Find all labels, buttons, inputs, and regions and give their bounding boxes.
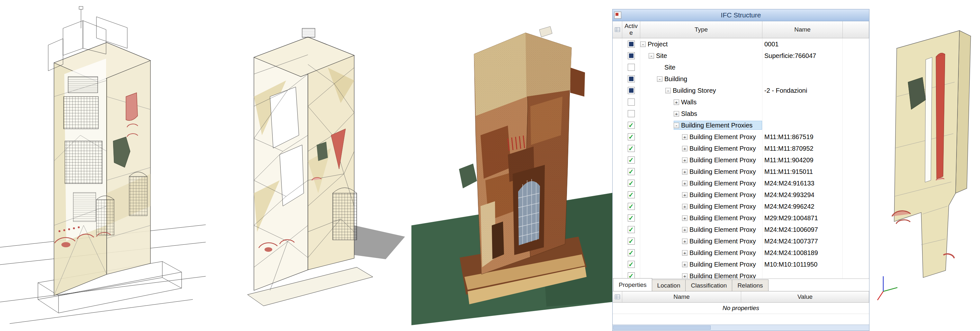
tree-node-label[interactable]: Walls — [681, 99, 697, 106]
tree-node-label[interactable]: Building Element Proxies — [681, 122, 752, 129]
collapse-icon[interactable]: - — [640, 42, 646, 47]
active-checkbox[interactable] — [628, 41, 635, 48]
tree-node-label[interactable]: Building Element Proxy — [689, 157, 756, 164]
expand-icon[interactable]: + — [682, 181, 687, 186]
expand-icon[interactable]: + — [682, 192, 687, 198]
scrollbar-thumb[interactable] — [613, 326, 711, 330]
tree-node-label[interactable]: Building Element Proxy — [689, 180, 756, 187]
expand-icon[interactable]: + — [682, 238, 687, 244]
tree-row[interactable]: ✓+Building Element ProxyM10:M10:1011950 — [612, 259, 869, 270]
expand-icon[interactable]: + — [682, 227, 687, 232]
tab-properties[interactable]: Properties — [613, 278, 652, 291]
expand-icon[interactable]: + — [674, 111, 679, 117]
active-checkbox[interactable] — [628, 87, 635, 94]
properties-corner-cell[interactable] — [612, 291, 622, 302]
active-checkbox[interactable]: ✓ — [628, 180, 635, 187]
tree-row[interactable]: ✓+Building Element ProxyM24:M24:993294 — [612, 189, 869, 201]
active-checkbox[interactable] — [628, 99, 635, 106]
grid-corner-cell[interactable] — [612, 21, 622, 38]
active-checkbox[interactable]: ✓ — [628, 145, 635, 152]
active-checkbox[interactable] — [628, 52, 635, 59]
expand-icon[interactable]: + — [682, 157, 687, 163]
collapse-icon[interactable]: - — [674, 123, 679, 128]
tree-node-label[interactable]: Building Element Proxy — [689, 203, 756, 210]
active-checkbox[interactable]: ✓ — [628, 133, 635, 141]
tree-row[interactable]: Site — [612, 61, 869, 73]
tree-row[interactable]: ✓-Building Element Proxies — [612, 120, 869, 131]
tree-row[interactable]: ✓+Building Element ProxyM24:M24:1006097 — [612, 224, 869, 235]
tab-location[interactable]: Location — [652, 280, 686, 291]
tree-node-label[interactable]: Building Element Proxy — [689, 133, 756, 141]
tree-node-label[interactable]: Building Element Proxy — [689, 214, 756, 222]
horizontal-scrollbar[interactable] — [612, 325, 869, 331]
expand-icon[interactable]: + — [682, 204, 687, 209]
tree-node-label[interactable]: Building Element Proxy — [689, 261, 756, 268]
tab-classification[interactable]: Classification — [685, 280, 732, 291]
column-header-prop-value[interactable]: Value — [741, 291, 869, 302]
expand-icon[interactable]: + — [682, 216, 687, 221]
tree-node-label[interactable]: Building Element Proxy — [689, 272, 756, 279]
tab-relations[interactable]: Relations — [732, 280, 768, 291]
tree-node-label[interactable]: Building Element Proxy — [689, 238, 756, 245]
tree-row[interactable]: ✓+Building Element ProxyM11:M11:915011 — [612, 166, 869, 177]
expand-icon[interactable]: + — [682, 262, 687, 267]
expand-icon[interactable]: + — [682, 134, 687, 140]
tree-row[interactable]: ✓+Building Element ProxyM11:M11:867519 — [612, 131, 869, 142]
active-checkbox[interactable]: ✓ — [628, 249, 635, 256]
tree-row[interactable]: +Walls — [612, 96, 869, 108]
viewport-simplified-model[interactable] — [874, 0, 980, 331]
active-checkbox[interactable]: ✓ — [628, 226, 635, 233]
collapse-icon[interactable]: - — [657, 76, 662, 82]
tree-node-label[interactable]: Slabs — [681, 110, 697, 118]
expand-icon[interactable]: + — [682, 169, 687, 174]
viewport-wireframe-detailed[interactable] — [0, 0, 206, 331]
active-checkbox[interactable]: ✓ — [628, 214, 635, 222]
active-checkbox[interactable] — [628, 110, 635, 117]
tree-row[interactable]: -Building — [612, 73, 869, 85]
tree-row[interactable]: ✓+Building Element ProxyM24:M24:1008189 — [612, 247, 869, 259]
active-checkbox[interactable]: ✓ — [628, 157, 635, 163]
tree-row[interactable]: ✓+Building Element ProxyM24:M24:916133 — [612, 177, 869, 189]
tree-row[interactable]: -Building Storey-2 - Fondazioni — [612, 85, 869, 96]
tree-node-label[interactable]: Building Element Proxy — [689, 191, 756, 199]
tree-node-label[interactable]: Building Element Proxy — [689, 226, 756, 233]
tree-row[interactable]: ✓+Building Element ProxyM11:M11:870952 — [612, 142, 869, 154]
viewport-wireframe-mesh[interactable] — [206, 0, 411, 331]
tree-row[interactable]: ✓+Building Element ProxyM29:M29:1004871 — [612, 212, 869, 224]
collapse-icon[interactable]: - — [665, 88, 671, 93]
tree-node-label[interactable]: Building — [664, 75, 687, 83]
active-checkbox[interactable]: ✓ — [628, 238, 635, 245]
tree-row[interactable]: -SiteSuperficie:766047 — [612, 50, 869, 61]
tree-node-label[interactable]: Building Element Proxy — [689, 249, 756, 257]
active-checkbox[interactable]: ✓ — [628, 122, 635, 129]
tree-node-label[interactable]: Project — [648, 41, 668, 48]
expand-icon[interactable]: + — [674, 99, 679, 105]
expand-icon[interactable]: + — [682, 146, 687, 151]
viewport-textured-model[interactable] — [411, 0, 620, 331]
tree-row[interactable]: ✓+Building Element Proxy — [612, 270, 869, 278]
tree-node-label[interactable]: Building Element Proxy — [689, 145, 756, 152]
active-checkbox[interactable] — [628, 64, 635, 71]
active-checkbox[interactable] — [628, 75, 635, 82]
tree-node-label[interactable]: Site — [656, 52, 667, 59]
tree-row[interactable]: ✓+Building Element ProxyM24:M24:1007377 — [612, 235, 869, 247]
tree-node-label[interactable]: Site — [664, 64, 675, 71]
tree-row[interactable]: ✓+Building Element ProxyM24:M24:996242 — [612, 201, 869, 212]
active-checkbox[interactable]: ✓ — [628, 272, 635, 278]
active-checkbox[interactable]: ✓ — [628, 261, 635, 268]
tree-row[interactable]: ✓+Building Element ProxyM11:M11:904209 — [612, 154, 869, 166]
column-header-prop-name[interactable]: Name — [622, 291, 741, 302]
tree-node-label[interactable]: Building Element Proxy — [689, 168, 756, 176]
panel-titlebar[interactable]: IFC Structure — [612, 10, 869, 21]
column-header-active[interactable]: Active — [622, 21, 640, 38]
expand-icon[interactable]: + — [682, 273, 687, 279]
expand-icon[interactable]: + — [682, 250, 687, 256]
tree-node-label[interactable]: Building Storey — [673, 87, 716, 94]
tree-row[interactable]: -Project0001 — [612, 38, 869, 50]
collapse-icon[interactable]: - — [649, 53, 654, 59]
active-checkbox[interactable]: ✓ — [628, 168, 635, 175]
tree-row[interactable]: +Slabs — [612, 108, 869, 120]
active-checkbox[interactable]: ✓ — [628, 203, 635, 210]
column-header-type[interactable]: Type — [640, 21, 762, 38]
active-checkbox[interactable]: ✓ — [628, 191, 635, 198]
